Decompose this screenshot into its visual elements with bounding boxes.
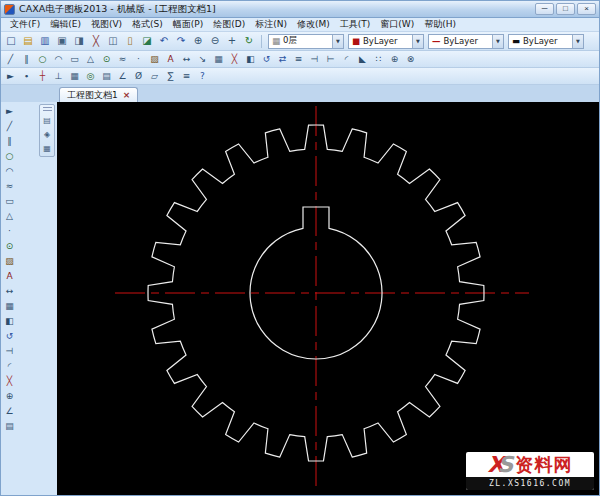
circle-tool-icon[interactable]: ○ — [2, 149, 17, 164]
menu-file[interactable]: 文件(F) — [5, 18, 45, 31]
dimension-icon[interactable]: ↔ — [179, 52, 194, 66]
library-panel-icon[interactable]: ▤ — [41, 114, 54, 127]
print-icon[interactable]: ▣ — [54, 34, 70, 49]
dimension-tool-icon[interactable]: ↔ — [2, 284, 17, 299]
offset-icon[interactable]: ≡ — [291, 52, 306, 66]
point-icon[interactable]: · — [131, 52, 146, 66]
redraw-icon[interactable]: ↻ — [241, 34, 257, 49]
minimize-button[interactable]: ─ — [535, 3, 554, 15]
rotate-icon[interactable]: ↺ — [259, 52, 274, 66]
ortho-icon[interactable]: ⊥ — [51, 69, 66, 83]
zoom-out-icon[interactable]: ⊖ — [207, 34, 223, 49]
select-icon[interactable]: ► — [3, 69, 18, 83]
measure-tool-icon[interactable]: ∠ — [2, 404, 17, 419]
drawing-svg[interactable] — [57, 102, 599, 495]
hatch-tool-icon[interactable]: ▨ — [2, 254, 17, 269]
sum-icon[interactable]: ∑ — [163, 69, 178, 83]
ellipse-tool-icon[interactable]: ⊙ — [2, 239, 17, 254]
copy-icon[interactable]: ◫ — [105, 34, 121, 49]
extend-icon[interactable]: ⊢ — [323, 52, 338, 66]
line-icon[interactable]: ╱ — [3, 52, 18, 66]
help-icon[interactable]: ? — [195, 69, 210, 83]
erase-icon[interactable]: ╳ — [227, 52, 242, 66]
block-icon[interactable]: ▦ — [211, 52, 226, 66]
zoom-in-icon[interactable]: ⊕ — [190, 34, 206, 49]
cut-icon[interactable]: ╳ — [88, 34, 104, 49]
leader-icon[interactable]: ↘ — [195, 52, 210, 66]
block-tool-icon[interactable]: ▦ — [2, 299, 17, 314]
arc-tool-icon[interactable]: ◠ — [2, 164, 17, 179]
text-icon[interactable]: A — [163, 52, 178, 66]
tab-drawing-document[interactable]: 工程图文档1 × — [59, 87, 138, 102]
tab-close-icon[interactable]: × — [123, 90, 131, 100]
spline-icon[interactable]: ≈ — [115, 52, 130, 66]
menu-window[interactable]: 窗口(W) — [375, 18, 419, 31]
layer-tool-icon[interactable]: ▤ — [2, 419, 17, 434]
erase-tool-icon[interactable]: ╳ — [2, 374, 17, 389]
center-circle-icon[interactable]: ⊙ — [99, 52, 114, 66]
paste-icon[interactable]: ▯ — [122, 34, 138, 49]
node-edit-icon[interactable]: ∙ — [19, 69, 34, 83]
chevron-down-icon[interactable]: ▼ — [332, 35, 343, 48]
polygon-tool-icon[interactable]: △ — [2, 209, 17, 224]
menu-sheet[interactable]: 幅面(P) — [168, 18, 208, 31]
settings-icon[interactable]: ≡ — [179, 69, 194, 83]
crosshair-icon[interactable]: ┼ — [35, 69, 50, 83]
menu-draw[interactable]: 绘图(D) — [208, 18, 250, 31]
options-panel-icon[interactable]: ▦ — [41, 142, 54, 155]
chevron-down-icon[interactable]: ▼ — [572, 35, 583, 48]
drawing-canvas[interactable]: X S 资料网 ZL.XS1616.COM — [57, 102, 599, 495]
menu-format[interactable]: 格式(S) — [127, 18, 168, 31]
dock-grip-handle[interactable] — [43, 107, 52, 111]
pointer-icon[interactable]: ► — [2, 104, 17, 119]
pan-icon[interactable]: + — [224, 34, 240, 49]
line-tool-icon[interactable]: ╱ — [2, 119, 17, 134]
parallel-tool-icon[interactable]: ∥ — [2, 134, 17, 149]
layers-icon[interactable]: ▤ — [99, 69, 114, 83]
measure-angle-icon[interactable]: ∠ — [115, 69, 130, 83]
chevron-down-icon[interactable]: ▼ — [412, 35, 423, 48]
rectangle-icon[interactable]: ▭ — [67, 52, 82, 66]
snap-icon[interactable]: ◎ — [83, 69, 98, 83]
text-tool-icon[interactable]: A — [2, 269, 17, 284]
mirror-icon[interactable]: ◧ — [243, 52, 258, 66]
menu-modify[interactable]: 修改(M) — [292, 18, 335, 31]
rotate-tool-icon[interactable]: ↺ — [2, 329, 17, 344]
properties-panel-icon[interactable]: ◈ — [41, 128, 54, 141]
color-combo[interactable]: ■ ByLayer ▼ — [348, 34, 424, 49]
menu-view[interactable]: 视图(V) — [86, 18, 127, 31]
menu-dimension[interactable]: 标注(N) — [250, 18, 292, 31]
menu-tools[interactable]: 工具(T) — [335, 18, 376, 31]
trim-tool-icon[interactable]: ⊣ — [2, 344, 17, 359]
zoom-window-icon[interactable]: ⊕ — [387, 52, 402, 66]
parallel-line-icon[interactable]: ∥ — [19, 52, 34, 66]
diameter-icon[interactable]: Ø — [131, 69, 146, 83]
mirror-tool-icon[interactable]: ◧ — [2, 314, 17, 329]
point-tool-icon[interactable]: · — [2, 224, 17, 239]
arc-icon[interactable]: ◠ — [51, 52, 66, 66]
chamfer-icon[interactable]: ◣ — [355, 52, 370, 66]
save-icon[interactable]: ▥ — [37, 34, 53, 49]
grid-icon[interactable]: ▦ — [67, 69, 82, 83]
fillet-icon[interactable]: ◜ — [339, 52, 354, 66]
close-button[interactable]: × — [577, 3, 596, 15]
zoom-all-icon[interactable]: ⊗ — [403, 52, 418, 66]
circle-icon[interactable]: ○ — [35, 52, 50, 66]
maximize-button[interactable]: □ — [556, 3, 575, 15]
chevron-down-icon[interactable]: ▼ — [492, 35, 503, 48]
hatch-icon[interactable]: ▨ — [147, 52, 162, 66]
linetype-combo[interactable]: — ByLayer ▼ — [428, 34, 504, 49]
fillet-tool-icon[interactable]: ◜ — [2, 359, 17, 374]
print-preview-icon[interactable]: ◨ — [71, 34, 87, 49]
linewidth-combo[interactable]: ▬ ByLayer ▼ — [508, 34, 584, 49]
zoom-tool-icon[interactable]: ⊕ — [2, 389, 17, 404]
spline-tool-icon[interactable]: ≈ — [2, 179, 17, 194]
layer-combo[interactable]: ▦ 0层 ▼ — [268, 34, 344, 49]
area-icon[interactable]: ▱ — [147, 69, 162, 83]
polygon-icon[interactable]: △ — [83, 52, 98, 66]
undo-icon[interactable]: ↶ — [156, 34, 172, 49]
rectangle-tool-icon[interactable]: ▭ — [2, 194, 17, 209]
format-brush-icon[interactable]: ◪ — [139, 34, 155, 49]
menu-help[interactable]: 帮助(H) — [419, 18, 461, 31]
open-file-icon[interactable]: ▤ — [20, 34, 36, 49]
